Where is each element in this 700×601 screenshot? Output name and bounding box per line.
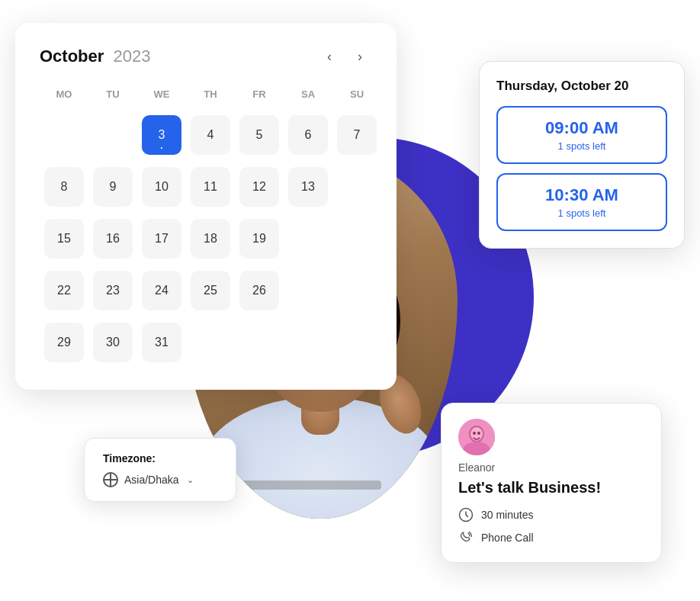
- day-number[interactable]: 11: [191, 167, 230, 207]
- calendar-cell[interactable]: 7: [332, 109, 381, 161]
- next-month-button[interactable]: ›: [348, 44, 372, 69]
- calendar-week-row: 8910111213: [40, 161, 381, 213]
- calendar-week-row: 1516171819: [40, 213, 381, 265]
- weekday-header: WE: [137, 85, 186, 109]
- day-number[interactable]: 5: [239, 115, 279, 155]
- weekday-header: MO: [40, 85, 88, 109]
- slot-time: 09:00 AM: [510, 118, 653, 138]
- calendar-cell: [284, 213, 332, 265]
- day-number[interactable]: 30: [93, 323, 133, 362]
- chevron-down-icon: ⌄: [187, 475, 194, 485]
- day-number[interactable]: 15: [44, 219, 84, 259]
- calendar-cell[interactable]: 9: [88, 161, 137, 213]
- day-number[interactable]: 29: [44, 323, 84, 362]
- calendar-cell[interactable]: 24: [137, 265, 186, 317]
- meeting-card: Eleanor Let's talk Business! 30 minutes …: [441, 403, 662, 563]
- timezone-selector[interactable]: Asia/Dhaka ⌄: [103, 472, 217, 487]
- day-number[interactable]: 18: [191, 219, 230, 259]
- svg-rect-12: [229, 480, 381, 490]
- slot-time: 10:30 AM: [510, 185, 653, 205]
- meeting-method: Phone Call: [458, 530, 644, 545]
- day-number[interactable]: 12: [239, 167, 279, 207]
- calendar-cell[interactable]: 10: [137, 161, 186, 213]
- day-number[interactable]: 7: [337, 115, 377, 155]
- calendar-cell[interactable]: 17: [137, 213, 186, 265]
- day-number[interactable]: 10: [142, 167, 181, 207]
- prev-month-button[interactable]: ‹: [317, 44, 342, 69]
- calendar-cell[interactable]: 26: [235, 265, 284, 317]
- calendar-cell: [284, 317, 332, 368]
- day-number[interactable]: 31: [142, 323, 181, 362]
- calendar-title: October 2023: [40, 47, 151, 66]
- day-number: [288, 217, 328, 257]
- meeting-method-label: Phone Call: [481, 532, 534, 544]
- calendar-cell: [284, 265, 332, 317]
- day-number: [337, 217, 377, 257]
- day-number[interactable]: 24: [142, 271, 181, 310]
- day-number[interactable]: 23: [93, 271, 133, 310]
- calendar-cell[interactable]: 12: [235, 161, 284, 213]
- calendar-cell[interactable]: 19: [235, 213, 284, 265]
- day-number[interactable]: 25: [191, 271, 230, 310]
- timezone-label: Timezone:: [103, 452, 217, 464]
- timeslots-card: Thursday, October 20 09:00 AM1 spots lef…: [479, 61, 685, 249]
- calendar-cell: [40, 109, 88, 161]
- calendar-cell[interactable]: 3: [137, 109, 186, 161]
- calendar-cell[interactable]: 6: [284, 109, 332, 161]
- timezone-value: Asia/Dhaka: [124, 474, 179, 486]
- calendar-grid: MOTUWETHFRSASU 3456789101112131516171819…: [40, 85, 381, 368]
- day-number[interactable]: 16: [93, 219, 133, 259]
- day-number[interactable]: 9: [93, 167, 133, 207]
- calendar-cell[interactable]: 25: [186, 265, 235, 317]
- day-number[interactable]: 13: [288, 167, 328, 207]
- calendar-cell[interactable]: 15: [40, 213, 88, 265]
- calendar-cell[interactable]: 4: [186, 109, 235, 161]
- day-number: [44, 114, 84, 153]
- calendar-cell: [235, 317, 284, 368]
- weekday-header: FR: [235, 85, 284, 109]
- calendar-cell[interactable]: 13: [284, 161, 332, 213]
- day-number[interactable]: 17: [142, 219, 181, 259]
- calendar-cell[interactable]: 30: [88, 317, 137, 368]
- calendar-cell[interactable]: 8: [40, 161, 88, 213]
- day-number[interactable]: 6: [288, 115, 328, 155]
- calendar-cell: [88, 109, 137, 161]
- day-number: [239, 321, 279, 361]
- calendar-cell[interactable]: 23: [88, 265, 137, 317]
- clock-icon: [458, 507, 474, 522]
- day-number: [337, 166, 377, 205]
- day-number[interactable]: 3: [142, 115, 181, 155]
- calendar-cell[interactable]: 31: [137, 317, 186, 368]
- calendar-card: October 2023 ‹ › MOTUWETHFRSASU 34567891…: [15, 23, 397, 390]
- meeting-title: Let's talk Business!: [458, 478, 644, 497]
- slot-spots: 1 spots left: [510, 207, 653, 219]
- calendar-month: October: [40, 47, 104, 66]
- day-number: [337, 321, 377, 361]
- calendar-cell[interactable]: 22: [40, 265, 88, 317]
- phone-icon: [458, 530, 474, 545]
- day-number[interactable]: 26: [239, 271, 279, 310]
- calendar-cell: [332, 161, 381, 213]
- calendar-cell: [332, 317, 381, 368]
- calendar-cell[interactable]: 29: [40, 317, 88, 368]
- svg-point-17: [473, 432, 476, 435]
- day-number[interactable]: 22: [44, 271, 84, 310]
- day-number: [191, 321, 230, 361]
- time-slot[interactable]: 10:30 AM1 spots left: [496, 173, 667, 231]
- weekday-header: TU: [88, 85, 137, 109]
- calendar-cell[interactable]: 11: [186, 161, 235, 213]
- calendar-week-row: 34567: [40, 109, 381, 161]
- time-slot[interactable]: 09:00 AM1 spots left: [496, 106, 667, 164]
- svg-point-18: [477, 432, 480, 435]
- calendar-cell[interactable]: 18: [186, 213, 235, 265]
- day-number[interactable]: 4: [191, 115, 230, 155]
- day-number[interactable]: 19: [239, 219, 279, 259]
- calendar-cell[interactable]: 5: [235, 109, 284, 161]
- meeting-host: Eleanor: [458, 461, 644, 474]
- timeslots-date: Thursday, October 20: [496, 79, 667, 94]
- weekday-header: SA: [284, 85, 332, 109]
- calendar-cell: [332, 213, 381, 265]
- day-number[interactable]: 8: [44, 167, 84, 207]
- calendar-cell[interactable]: 16: [88, 213, 137, 265]
- meeting-avatar: [458, 419, 495, 455]
